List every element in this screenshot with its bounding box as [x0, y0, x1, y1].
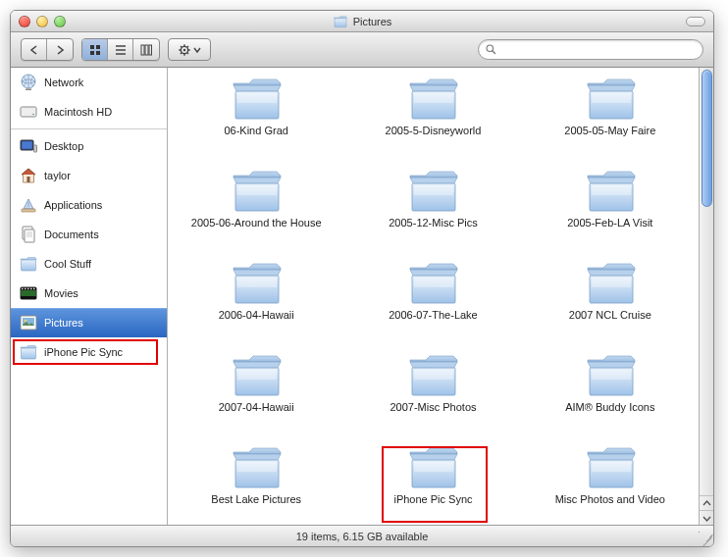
- sidebar-item-label: Applications: [44, 199, 102, 211]
- globe-icon: [19, 73, 38, 92]
- status-text: 19 items, 6.15 GB available: [296, 531, 429, 542]
- movies-icon: [19, 283, 38, 303]
- icon-view[interactable]: 06-Kind Grad2005-5-Disneyworld2005-05-Ma…: [168, 68, 699, 525]
- folder-item[interactable]: 2005-05-May Faire: [522, 74, 699, 164]
- folder-label: iPhone Pic Sync: [393, 493, 472, 506]
- sidebar-item-label: taylor: [44, 170, 71, 181]
- folder-item[interactable]: 2005-06-Around the House: [168, 166, 344, 256]
- icon-view-button[interactable]: [82, 39, 108, 60]
- svg-rect-41: [90, 45, 94, 49]
- folder-label: AIM® Buddy Icons: [565, 401, 654, 414]
- scroll-down-button[interactable]: [700, 510, 714, 525]
- list-icon: [115, 44, 127, 56]
- sidebar-item-home[interactable]: taylor: [11, 161, 167, 190]
- folder-item[interactable]: 2007 NCL Cruise: [522, 258, 699, 348]
- list-view-button[interactable]: [108, 39, 133, 60]
- back-button[interactable]: [22, 39, 47, 60]
- folder-label: Misc Photos and Video: [555, 493, 665, 506]
- minimize-button[interactable]: [36, 16, 48, 27]
- folder-item[interactable]: 2005-12-Misc Pics: [344, 166, 521, 256]
- resize-grip[interactable]: [699, 532, 711, 544]
- sidebar-item-label: Documents: [44, 229, 99, 240]
- sidebar-item-cool-stuff[interactable]: Cool Stuff: [11, 249, 167, 279]
- folder-icon: [582, 166, 639, 215]
- sidebar-item-applications[interactable]: Applications: [11, 190, 167, 220]
- docs-icon: [19, 225, 38, 244]
- sidebar-item-pictures[interactable]: Pictures: [11, 308, 167, 337]
- grid-icon: [89, 44, 101, 56]
- sidebar[interactable]: Network Macintosh HD Desktop taylor Appl…: [11, 68, 168, 525]
- folder-icon: [228, 258, 285, 307]
- folder-label: 2007-04-Hawaii: [219, 401, 294, 414]
- zoom-button[interactable]: [54, 16, 66, 27]
- search-icon: [485, 43, 497, 56]
- sidebar-item-label: Cool Stuff: [44, 258, 91, 270]
- folder-icon: [582, 258, 639, 307]
- folder-icon: [404, 74, 461, 123]
- sidebar-item-label: Pictures: [44, 317, 83, 329]
- folder-icon: [228, 166, 285, 215]
- sidebar-item-desktop[interactable]: Desktop: [11, 131, 167, 161]
- sidebar-item-movies[interactable]: Movies: [11, 279, 167, 308]
- gear-icon: [178, 43, 191, 57]
- folder-icon: [404, 166, 461, 215]
- status-bar: 19 items, 6.15 GB available: [11, 525, 713, 546]
- search-input[interactable]: [501, 44, 697, 56]
- view-mode-segment: [81, 38, 160, 61]
- folder-item[interactable]: 2007-04-Hawaii: [168, 350, 344, 440]
- folder-item[interactable]: 2006-07-The-Lake: [344, 258, 521, 348]
- title-folder-icon: [333, 14, 348, 29]
- folder-icon: [228, 350, 285, 399]
- folder-label: 2005-Feb-LA Visit: [567, 217, 652, 229]
- column-view-button[interactable]: [133, 39, 159, 60]
- folder-label: 2005-05-May Faire: [564, 125, 655, 137]
- sidebar-item-documents[interactable]: Documents: [11, 220, 167, 249]
- folder-icon: [19, 254, 38, 274]
- chevron-up-icon: [702, 499, 711, 508]
- sidebar-item-label: Desktop: [44, 140, 83, 152]
- sidebar-item-iphone-pic-sync[interactable]: iPhone Pic Sync: [11, 337, 167, 367]
- folder-icon: [228, 74, 285, 123]
- folder-label: Best Lake Pictures: [211, 493, 301, 506]
- sidebar-item-macintosh-hd[interactable]: Macintosh HD: [11, 97, 167, 127]
- folder-icon: [228, 442, 285, 491]
- svg-rect-48: [141, 45, 144, 55]
- scroll-up-button[interactable]: [700, 495, 714, 510]
- folder-item[interactable]: Misc Photos and Video: [522, 442, 699, 525]
- action-menu-button[interactable]: [168, 38, 211, 61]
- folder-item[interactable]: Best Lake Pictures: [168, 442, 344, 525]
- folder-item[interactable]: iPhone Pic Sync: [344, 442, 521, 525]
- folder-label: 2005-5-Disneyworld: [386, 125, 482, 137]
- folder-icon: [404, 442, 461, 491]
- forward-button[interactable]: [47, 39, 73, 60]
- folder-item[interactable]: 06-Kind Grad: [168, 74, 344, 164]
- folder-icon: [19, 342, 38, 362]
- toolbar-pill-button[interactable]: [686, 17, 705, 26]
- folder-item[interactable]: 2005-5-Disneyworld: [344, 74, 521, 164]
- folder-label: 2005-12-Misc Pics: [389, 217, 477, 229]
- sidebar-item-network[interactable]: Network: [11, 68, 167, 97]
- sidebar-divider: [11, 128, 167, 129]
- folder-item[interactable]: AIM® Buddy Icons: [522, 350, 699, 440]
- chevron-left-icon: [29, 45, 39, 55]
- search-field[interactable]: [478, 39, 703, 60]
- sidebar-item-label: Movies: [44, 287, 78, 299]
- chevron-down-icon: [702, 514, 711, 523]
- vertical-scrollbar[interactable]: [699, 68, 713, 525]
- titlebar[interactable]: Pictures: [11, 11, 713, 32]
- folder-icon: [582, 442, 639, 491]
- pictures-icon: [19, 313, 38, 332]
- folder-item[interactable]: 2007-Misc Photos: [344, 350, 521, 440]
- folder-item[interactable]: 2006-04-Hawaii: [168, 258, 344, 348]
- sidebar-item-label: Macintosh HD: [44, 106, 112, 118]
- folder-icon: [582, 350, 639, 399]
- sidebar-item-label: iPhone Pic Sync: [44, 346, 123, 358]
- folder-label: 2007 NCL Cruise: [569, 309, 651, 322]
- close-button[interactable]: [19, 16, 30, 27]
- desktop-icon: [19, 136, 38, 156]
- chevron-right-icon: [55, 45, 65, 55]
- scroll-thumb[interactable]: [702, 70, 712, 207]
- folder-item[interactable]: 2005-Feb-LA Visit: [522, 166, 699, 256]
- folder-icon: [582, 74, 639, 123]
- columns-icon: [140, 44, 152, 56]
